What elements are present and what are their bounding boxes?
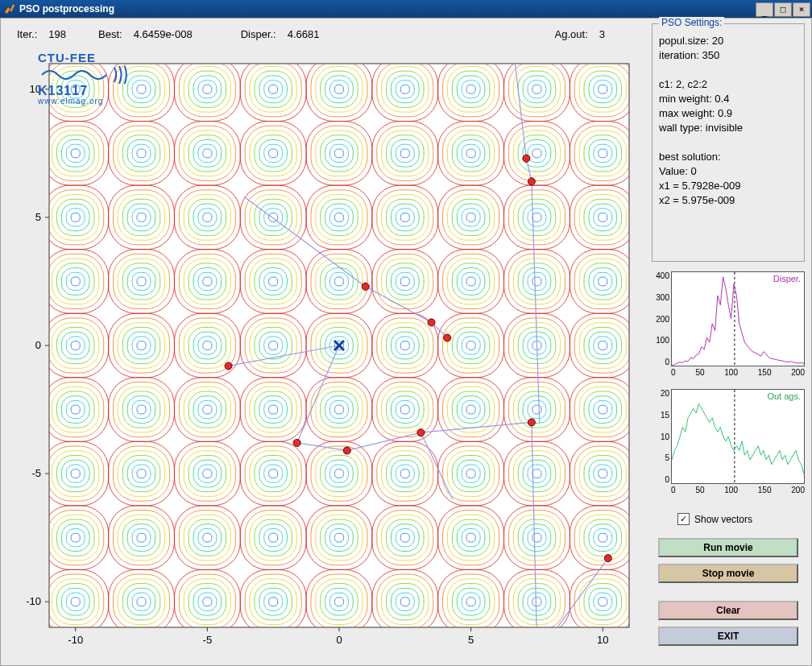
- svg-text:5: 5: [35, 211, 41, 223]
- svg-point-584: [362, 283, 369, 290]
- outags-chart-label: Out ags.: [767, 391, 801, 401]
- close-button[interactable]: ×: [793, 2, 810, 17]
- disper-chart-label: Disper.: [773, 274, 801, 283]
- show-vectors-label: Show vectors: [694, 514, 752, 525]
- svg-text:5: 5: [468, 634, 474, 646]
- svg-text:10: 10: [597, 634, 608, 646]
- svg-point-585: [428, 319, 435, 326]
- settings-legend: PSO Settings:: [659, 17, 724, 28]
- svg-point-589: [293, 439, 300, 446]
- settings-text: popul.size: 20iteration: 350 c1: 2, c2:2…: [659, 34, 798, 208]
- svg-point-591: [417, 429, 425, 436]
- svg-point-590: [343, 447, 350, 454]
- run-movie-button[interactable]: Run movie: [658, 538, 798, 557]
- svg-point-587: [523, 155, 530, 162]
- svg-point-592: [528, 419, 535, 426]
- titlebar: PSO postprocessing _ □ ×: [0, 0, 812, 18]
- show-vectors-checkbox[interactable]: ✓: [677, 513, 690, 525]
- status-row: Iter.: 198 Best: 4.6459e-008 Disper.: 4.…: [17, 28, 637, 40]
- disper-chart[interactable]: 4003002001000 Disper. 050100150200: [652, 271, 805, 378]
- svg-text:-10: -10: [68, 634, 83, 646]
- agout-value: 3: [599, 28, 605, 40]
- clear-button[interactable]: Clear: [658, 601, 798, 620]
- svg-text:0: 0: [35, 339, 41, 351]
- disper-label: Disper.:: [241, 28, 276, 40]
- svg-point-583: [225, 362, 232, 370]
- svg-point-593: [604, 555, 611, 562]
- exit-button[interactable]: EXIT: [658, 627, 798, 646]
- agout-label: Ag.out:: [555, 28, 588, 40]
- svg-text:-5: -5: [203, 634, 213, 646]
- svg-point-586: [444, 334, 451, 341]
- right-panel: PSO Settings: popul.size: 20iteration: 3…: [652, 23, 805, 660]
- svg-text:-10: -10: [26, 595, 41, 607]
- main-plot[interactable]: -10-505101050-5-10: [9, 48, 645, 660]
- svg-point-588: [528, 178, 535, 185]
- svg-text:10: 10: [30, 83, 41, 95]
- window-title: PSO postprocessing: [19, 3, 114, 14]
- outags-chart[interactable]: 20151050 Out ags. 050100150200: [652, 389, 805, 495]
- pso-settings-group: PSO Settings: popul.size: 20iteration: 3…: [652, 23, 805, 262]
- iter-value: 198: [48, 28, 66, 40]
- stop-movie-button[interactable]: Stop movie: [658, 564, 798, 583]
- disper-value: 4.6681: [288, 28, 320, 40]
- best-label: Best:: [98, 28, 122, 40]
- client-area: Iter.: 198 Best: 4.6459e-008 Disper.: 4.…: [0, 18, 812, 666]
- show-vectors-row: ✓ Show vectors: [677, 513, 805, 525]
- iter-label: Iter.:: [17, 28, 37, 40]
- best-value: 4.6459e-008: [134, 28, 193, 40]
- matlab-icon: [3, 2, 16, 15]
- svg-text:0: 0: [336, 634, 342, 646]
- svg-text:-5: -5: [31, 467, 41, 479]
- minimize-button[interactable]: _: [756, 2, 773, 17]
- maximize-button[interactable]: □: [774, 2, 792, 17]
